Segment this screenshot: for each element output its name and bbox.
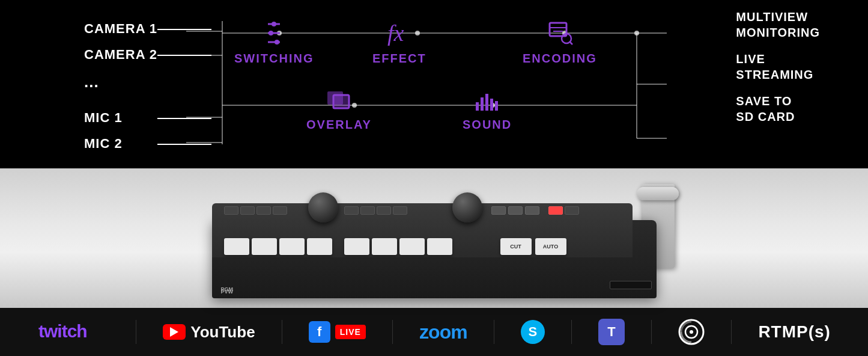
encoding-feature: ENCODING: [523, 18, 597, 66]
far-right-small-buttons: [548, 206, 579, 215]
tbar-handle: [637, 187, 679, 200]
small-btn: [360, 206, 375, 215]
divider3: [392, 320, 393, 344]
switching-icon: [259, 18, 289, 48]
svg-point-21: [269, 31, 273, 35]
divider7: [731, 320, 732, 344]
right-features: MULTIVIEW MONITORING LIVE STREAMING SAVE…: [736, 9, 820, 135]
cut-btn[interactable]: CUT: [500, 238, 532, 255]
large-btn: [344, 238, 369, 255]
multiview-label: MULTIVIEW MONITORING: [736, 9, 820, 40]
encoding-icon: [545, 18, 575, 48]
divider2: [282, 320, 282, 344]
obs-platform: [678, 319, 705, 345]
skype-platform: S: [521, 320, 545, 344]
live-streaming-label: LIVE STREAMING: [736, 51, 820, 82]
small-btn: [224, 206, 238, 215]
large-buttons-left: [224, 238, 332, 255]
rtmp-platform: RTMP(s): [758, 322, 831, 342]
mic1-label: MIC 1: [84, 107, 157, 128]
live-badge: LIVE: [335, 325, 366, 339]
sd-card-slot: [610, 281, 652, 289]
effect-label: EFFECT: [372, 52, 426, 66]
overlay-label: OVERLAY: [306, 118, 372, 132]
knob2: [452, 192, 482, 222]
facebook-platform: f LIVE: [309, 321, 366, 343]
small-btn: [491, 206, 506, 215]
large-btn: [224, 238, 249, 255]
dots-label: ...: [84, 70, 157, 95]
overlay-icon: [324, 84, 354, 114]
ftb-btn: [548, 206, 563, 215]
svg-rect-33: [481, 97, 484, 111]
zoom-platform: zoom: [419, 321, 467, 343]
small-btn: [256, 206, 271, 215]
small-btn: [393, 206, 407, 215]
svg-rect-31: [333, 95, 349, 108]
knob1: [308, 192, 338, 222]
effect-icon: fx: [384, 18, 414, 48]
camera1-label: CAMERA 1: [84, 18, 157, 39]
sound-icon: [472, 84, 502, 114]
sound-feature: SOUND: [463, 84, 512, 132]
zoom-text: zoom: [419, 321, 467, 343]
sound-label: SOUND: [463, 118, 512, 132]
rtmp-text: RTMP(s): [758, 322, 831, 342]
small-buttons-top-mid: [344, 206, 407, 215]
small-buttons-top-left: [224, 206, 287, 215]
divider1: [136, 320, 136, 344]
svg-point-20: [272, 22, 276, 26]
svg-text:twitch: twitch: [38, 321, 87, 341]
input-labels: CAMERA 1 CAMERA 2 ... MIC 1 MIC 2: [84, 12, 157, 154]
overlay-feature: OVERLAY: [306, 84, 372, 132]
svg-line-28: [569, 41, 572, 44]
svg-rect-32: [476, 102, 479, 111]
youtube-icon: [163, 324, 186, 340]
device-body: CUT AUTO PGM PVW: [212, 220, 657, 298]
youtube-text: YouTube: [190, 323, 255, 342]
facebook-icon: f: [309, 321, 330, 343]
skype-icon: S: [521, 320, 545, 344]
divider5: [571, 320, 572, 344]
small-btn: [240, 206, 255, 215]
camera2-label: CAMERA 2: [84, 44, 157, 65]
teams-platform: T: [598, 319, 625, 345]
large-btn: [252, 238, 277, 255]
large-btn: [279, 238, 305, 255]
obs-icon: [678, 319, 705, 345]
large-buttons-mid: [344, 238, 452, 255]
small-btn: [508, 206, 523, 215]
large-btn: [372, 238, 397, 255]
svg-point-4: [634, 31, 639, 35]
small-btn: [344, 206, 359, 215]
top-section: CAMERA 1 CAMERA 2 ... MIC 1 MIC 2: [0, 0, 868, 168]
svg-point-22: [275, 40, 279, 44]
twitch-svg: twitch: [37, 318, 109, 342]
pvw-label: PVW: [221, 285, 234, 296]
device: CUT AUTO PGM PVW: [206, 190, 663, 298]
svg-point-40: [690, 330, 693, 334]
effect-feature: fx EFFECT: [372, 18, 426, 66]
svg-rect-34: [485, 94, 488, 111]
twitch-platform: twitch: [37, 318, 109, 346]
cut-auto-buttons: CUT AUTO: [500, 238, 566, 255]
small-btn: [525, 206, 539, 215]
encoding-label: ENCODING: [523, 52, 597, 66]
teams-icon: T: [598, 319, 625, 345]
large-btn: [399, 238, 425, 255]
twitch-logo: twitch: [37, 318, 109, 346]
svg-rect-35: [490, 99, 493, 111]
platforms-bar: twitch YouTube f LIVE zoom S T: [0, 308, 868, 356]
right-small-buttons: [491, 206, 539, 215]
large-btn: [307, 238, 332, 255]
small-btn: [565, 206, 579, 215]
auto-btn[interactable]: AUTO: [535, 238, 566, 255]
switching-feature: SWITCHING: [234, 18, 314, 66]
svg-rect-36: [495, 101, 498, 111]
youtube-play-icon: [170, 327, 178, 337]
divider6: [651, 320, 652, 344]
small-btn: [273, 206, 287, 215]
youtube-platform: YouTube: [163, 323, 255, 342]
mic2-label: MIC 2: [84, 133, 157, 154]
svg-text:fx: fx: [387, 20, 404, 46]
